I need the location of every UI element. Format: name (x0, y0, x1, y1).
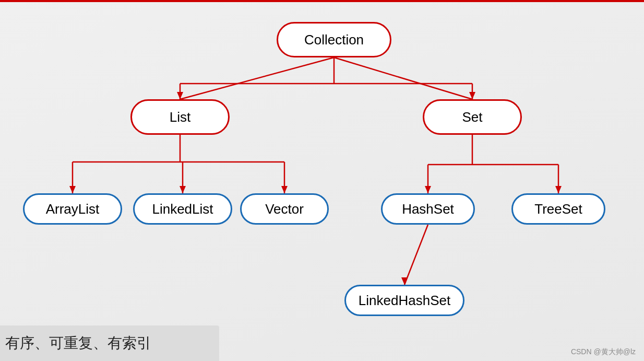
svg-marker-11 (69, 186, 76, 193)
collection-label: Collection (304, 32, 364, 48)
svg-marker-23 (401, 277, 408, 285)
annotation-bar: 有序、可重复、有索引 (0, 325, 219, 361)
svg-marker-21 (555, 186, 562, 193)
linkedhashset-label: LinkedHashSet (359, 293, 450, 309)
list-label: List (170, 109, 190, 125)
arraylist-node: ArrayList (23, 193, 122, 225)
vector-node: Vector (240, 193, 329, 225)
linkedhashset-node: LinkedHashSet (344, 285, 464, 316)
set-node: Set (423, 99, 522, 135)
svg-line-22 (404, 225, 428, 285)
svg-marker-7 (469, 92, 475, 99)
svg-marker-5 (177, 92, 183, 99)
arraylist-label: ArrayList (46, 201, 100, 217)
svg-marker-13 (180, 186, 186, 193)
watermark: CSDN @黄大帅@lz (571, 347, 636, 357)
treeset-node: TreeSet (511, 193, 605, 225)
linkedlist-node: LinkedList (133, 193, 232, 225)
linkedlist-label: LinkedList (152, 201, 213, 217)
treeset-label: TreeSet (534, 201, 582, 217)
svg-line-0 (180, 57, 334, 99)
list-node: List (130, 99, 230, 135)
collection-node: Collection (277, 22, 391, 57)
svg-marker-15 (281, 186, 288, 193)
hashset-node: HashSet (381, 193, 475, 225)
set-label: Set (462, 109, 482, 125)
hashset-label: HashSet (402, 201, 454, 217)
svg-marker-19 (425, 186, 431, 193)
diagram-container: Collection List Set ArrayList LinkedList… (0, 0, 644, 324)
svg-line-1 (334, 57, 472, 99)
annotation-text: 有序、可重复、有索引 (5, 333, 151, 353)
vector-label: Vector (265, 201, 304, 217)
